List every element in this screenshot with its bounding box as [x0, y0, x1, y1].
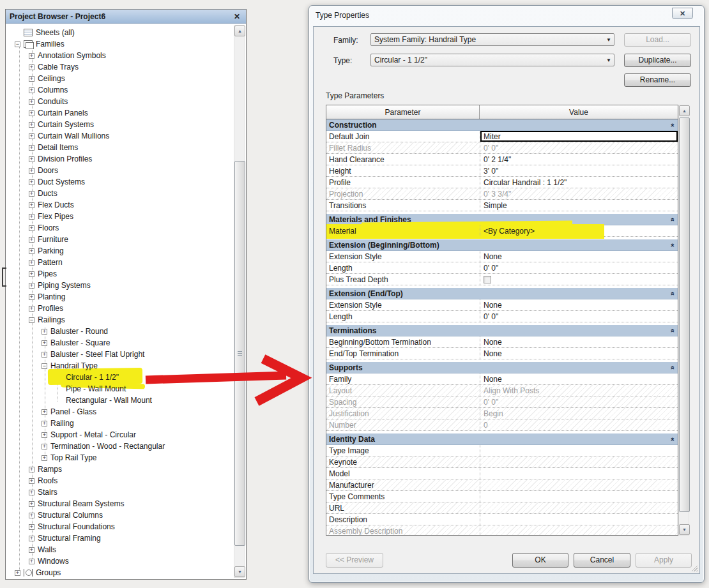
section-header-row[interactable]: Construction »	[326, 119, 678, 131]
tree-item[interactable]: + Planting	[6, 291, 246, 303]
tree-item[interactable]: + Flex Pipes	[6, 211, 246, 222]
expand-plus-icon[interactable]: +	[29, 110, 34, 116]
parameter-value[interactable]: 0' 0"	[480, 142, 678, 153]
section-header-row[interactable]: Extension (End/Top) »	[326, 288, 678, 299]
section-header-row[interactable]: Supports »	[326, 362, 678, 373]
preview-button[interactable]: << Preview	[326, 553, 383, 568]
collapse-chevron-icon[interactable]: »	[668, 243, 676, 246]
expand-plus-icon[interactable]: +	[29, 294, 34, 300]
collapse-chevron-icon[interactable]: »	[668, 437, 676, 441]
scrollbar-thumb[interactable]	[679, 117, 690, 512]
tree-item[interactable]: + Columns	[6, 84, 246, 96]
section-header-row[interactable]: Terminations »	[326, 325, 678, 336]
tree-item[interactable]: + Groups	[6, 567, 246, 578]
ok-button[interactable]: OK	[512, 553, 568, 568]
apply-button[interactable]: Apply	[636, 553, 692, 568]
expand-plus-icon[interactable]: +	[29, 490, 34, 495]
tree-item[interactable]: + Pattern	[6, 257, 246, 268]
expand-plus-icon[interactable]: +	[29, 501, 34, 507]
expand-plus-icon[interactable]: +	[29, 202, 34, 208]
parameter-value[interactable]: Begin	[480, 408, 678, 419]
tree-item[interactable]: + Windows	[6, 555, 246, 567]
expand-plus-icon[interactable]: +	[42, 340, 47, 346]
parameter-value[interactable]: 3' 0"	[480, 165, 678, 176]
expand-plus-icon[interactable]: +	[42, 352, 47, 358]
tree-item[interactable]: + Termination - Wood - Rectangular	[6, 441, 246, 452]
expand-plus-icon[interactable]: +	[42, 444, 47, 449]
collapse-chevron-icon[interactable]: »	[668, 328, 676, 332]
collapse-chevron-icon[interactable]: »	[668, 217, 676, 221]
tree-item[interactable]: + Duct Systems	[6, 176, 246, 188]
tree-item[interactable]: + Structural Columns	[6, 509, 246, 521]
family-combobox[interactable]: System Family: Handrail Type ▼	[370, 33, 614, 46]
parameter-value[interactable]	[480, 456, 678, 467]
expand-plus-icon[interactable]: +	[29, 64, 34, 70]
expand-plus-icon[interactable]: +	[29, 271, 34, 277]
expand-plus-icon[interactable]: +	[29, 225, 34, 231]
tree-item[interactable]: + Walls	[6, 544, 246, 555]
tree-item[interactable]: − Railings	[6, 314, 246, 326]
rename-button[interactable]: Rename...	[624, 73, 691, 87]
expand-plus-icon[interactable]: +	[29, 524, 34, 530]
parameter-value[interactable]: <By Category>	[480, 225, 678, 236]
tree-item[interactable]: + Profiles	[6, 303, 246, 314]
expand-plus-icon[interactable]: +	[29, 237, 34, 243]
parameter-value[interactable]	[480, 525, 678, 536]
tree-item[interactable]: + Piping Systems	[6, 280, 246, 291]
tree-item[interactable]: + Structural Framing	[6, 532, 246, 544]
parameter-value[interactable]: Simple	[480, 200, 678, 211]
expand-plus-icon[interactable]: +	[29, 87, 34, 93]
tree-item[interactable]: − Handrail Type	[6, 360, 246, 372]
section-header-row[interactable]: Extension (Beginning/Bottom) »	[326, 239, 678, 251]
expand-minus-icon[interactable]: −	[15, 41, 20, 47]
tree-item[interactable]: + Curtain Wall Mullions	[6, 130, 246, 142]
tree-item[interactable]: + Annotation Symbols	[6, 50, 246, 61]
tree-item[interactable]: + Conduits	[6, 96, 246, 107]
parameter-value[interactable]	[480, 468, 678, 479]
expand-plus-icon[interactable]: +	[29, 559, 34, 564]
parameter-value[interactable]: 0' 0"	[480, 311, 678, 322]
tree-item[interactable]: + Flex Ducts	[6, 199, 246, 211]
tree-item[interactable]: + Curtain Systems	[6, 119, 246, 130]
type-combobox[interactable]: Circular - 1 1/2" ▼	[370, 54, 614, 66]
scroll-up-icon[interactable]: ▲	[679, 105, 690, 116]
checkbox[interactable]	[484, 276, 491, 283]
collapse-chevron-icon[interactable]: »	[668, 123, 676, 126]
tree-item[interactable]: Pipe - Wall Mount	[6, 383, 246, 395]
expand-plus-icon[interactable]: +	[29, 536, 34, 541]
tree-item[interactable]: + Detail Items	[6, 142, 246, 153]
parameter-value[interactable]	[480, 274, 678, 285]
expand-plus-icon[interactable]: +	[29, 133, 34, 139]
tree-item[interactable]: + Curtain Panels	[6, 107, 246, 119]
scroll-down-icon[interactable]: ▼	[679, 524, 690, 535]
expand-plus-icon[interactable]: +	[29, 122, 34, 128]
expand-plus-icon[interactable]: +	[29, 513, 34, 518]
parameter-value[interactable]: 0	[480, 419, 678, 430]
expand-plus-icon[interactable]: +	[42, 421, 47, 426]
cancel-button[interactable]: Cancel	[574, 553, 630, 568]
tree-item[interactable]: + Railing	[6, 418, 246, 429]
tree-item[interactable]: + Stairs	[6, 486, 246, 498]
value-column-header[interactable]: Value	[480, 105, 678, 119]
parameter-value[interactable]: 0' 2 1/4"	[480, 154, 678, 165]
close-button[interactable]: ✕	[672, 8, 693, 19]
expand-plus-icon[interactable]: +	[15, 570, 20, 576]
parameter-value[interactable]	[480, 445, 678, 456]
tree-item[interactable]: + Top Rail Type	[6, 452, 246, 464]
expand-plus-icon[interactable]: +	[29, 214, 34, 220]
parameter-value[interactable]: None	[480, 373, 678, 384]
expand-plus-icon[interactable]: +	[29, 547, 34, 553]
tree-item[interactable]: + Floors	[6, 222, 246, 234]
expand-plus-icon[interactable]: +	[29, 283, 34, 289]
parameter-value[interactable]	[480, 479, 678, 490]
parameter-value[interactable]: 0' 0"	[480, 396, 678, 407]
tree-item[interactable]: + Panel - Glass	[6, 406, 246, 418]
parameter-value[interactable]: 0' 3 3/4"	[480, 188, 678, 199]
parameter-value[interactable]: None	[480, 348, 678, 359]
collapse-chevron-icon[interactable]: »	[668, 365, 676, 369]
expand-plus-icon[interactable]: +	[29, 99, 34, 105]
duplicate-button[interactable]: Duplicate...	[624, 54, 691, 67]
tree-item[interactable]: + Ducts	[6, 188, 246, 199]
parameter-value[interactable]	[480, 502, 678, 513]
expand-plus-icon[interactable]: +	[29, 306, 34, 312]
